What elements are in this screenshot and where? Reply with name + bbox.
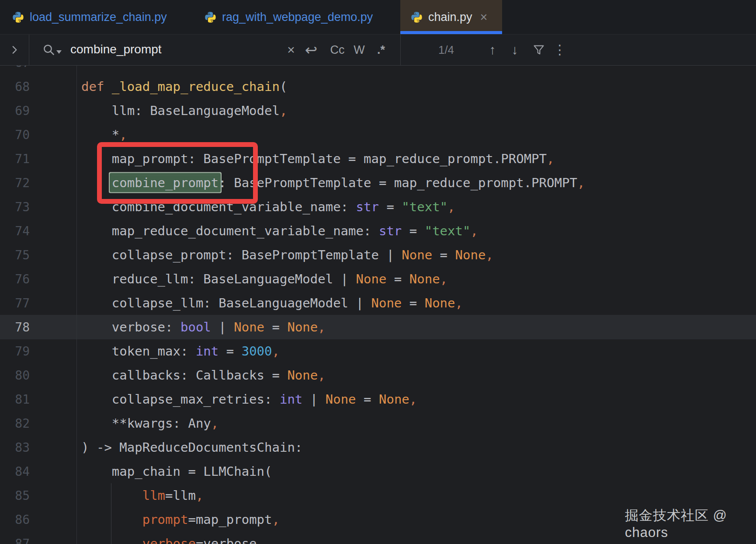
- line-number: 71: [0, 152, 30, 166]
- code-line: reduce_llm: BaseLanguageModel | None = N…: [81, 272, 447, 287]
- tab-bar: load_summarize_chain.pyrag_with_webpage_…: [0, 0, 756, 35]
- code-line: collapse_prompt: BasePromptTemplate | No…: [81, 248, 493, 263]
- code-line: verbose: bool | None = None,: [81, 320, 326, 335]
- whole-words-toggle[interactable]: W: [354, 44, 364, 56]
- match-count: 1/4: [438, 43, 454, 57]
- tab-close-icon[interactable]: ×: [480, 11, 488, 24]
- code-line: prompt=map_prompt,: [81, 512, 280, 527]
- active-tab-underline: [400, 31, 502, 34]
- code-line: verbose=verbose,: [81, 536, 264, 544]
- line-number: 75: [0, 248, 30, 262]
- tab-label: load_summarize_chain.py: [30, 10, 167, 24]
- code-line: llm: BaseLanguageModel,: [81, 103, 287, 119]
- code-line: combine_document_variable_name: str = "t…: [81, 199, 455, 215]
- search-input[interactable]: combine_prompt: [70, 42, 162, 56]
- line-number: 85: [0, 488, 30, 503]
- code-line: ) -> MapReduceDocumentsChain:: [81, 440, 302, 455]
- search-icon[interactable]: [42, 43, 55, 56]
- newline-icon[interactable]: ↩: [305, 42, 318, 57]
- code-line: map_chain = LLMChain(: [81, 464, 272, 479]
- line-number: 82: [0, 416, 30, 431]
- python-file-icon: [205, 11, 216, 23]
- python-file-icon: [12, 11, 24, 23]
- tab-label: rag_with_webpage_demo.py: [222, 10, 373, 24]
- line-number: 86: [0, 513, 30, 527]
- code-line: def _load_map_reduce_chain(: [81, 79, 287, 94]
- line-number: 74: [0, 224, 30, 238]
- code-line: token_max: int = 3000,: [81, 344, 280, 359]
- search-match-highlight: combine_prompt: [112, 175, 218, 190]
- line-number: 68: [0, 80, 30, 94]
- line-number: 67: [0, 66, 30, 70]
- code-line: map_reduce_document_variable_name: str =…: [81, 223, 478, 239]
- python-file-icon: [411, 11, 423, 23]
- code-line: collapse_max_retries: int | None = None,: [81, 392, 417, 407]
- search-expand-toggle[interactable]: [0, 35, 29, 65]
- gutter-divider: [76, 66, 77, 544]
- line-number: 78: [0, 320, 30, 335]
- watermark: 掘金技术社区 @ chaors: [625, 506, 756, 541]
- code-line: combine_prompt: BasePromptTemplate = map…: [81, 175, 585, 191]
- search-history-caret-icon[interactable]: [56, 50, 62, 54]
- line-number: 69: [0, 104, 30, 118]
- line-number: 76: [0, 272, 30, 286]
- tab-load_summarize_chain[interactable]: load_summarize_chain.py: [0, 0, 187, 34]
- line-number: 83: [0, 440, 30, 455]
- code-line: callbacks: Callbacks = None,: [81, 368, 326, 383]
- filter-icon[interactable]: [533, 44, 545, 56]
- search-bar: combine_prompt × ↩ Cc W .* 1/4 ↑ ↓ ⋮: [0, 35, 756, 66]
- line-number: 77: [0, 296, 30, 310]
- line-number: 84: [0, 464, 30, 479]
- tab-rag_with_webpage_demo[interactable]: rag_with_webpage_demo.py: [187, 0, 389, 34]
- line-number: 87: [0, 537, 30, 544]
- tab-label: chain.py: [428, 10, 472, 24]
- line-number: 81: [0, 392, 30, 407]
- line-number: 80: [0, 368, 30, 383]
- line-number: 72: [0, 176, 30, 190]
- previous-match-icon[interactable]: ↑: [489, 43, 496, 56]
- line-number: 73: [0, 200, 30, 214]
- code-line: collapse_llm: BaseLanguageModel | None =…: [81, 296, 463, 311]
- tab-chain[interactable]: chain.py×: [400, 0, 502, 34]
- line-number: 70: [0, 128, 30, 142]
- code-line: llm=llm,: [81, 488, 203, 503]
- code-line: *,: [81, 127, 127, 143]
- search-bar-divider: [400, 35, 401, 65]
- next-match-icon[interactable]: ↓: [512, 43, 518, 56]
- chevron-right-icon: [9, 44, 20, 56]
- match-case-toggle[interactable]: Cc: [330, 44, 345, 56]
- regex-toggle[interactable]: .*: [377, 44, 385, 56]
- more-options-icon[interactable]: ⋮: [553, 43, 566, 56]
- line-number: 79: [0, 344, 30, 359]
- clear-search-icon[interactable]: ×: [287, 43, 295, 56]
- code-line: map_prompt: BasePromptTemplate = map_red…: [81, 151, 555, 167]
- code-editor[interactable]: 6768def _load_map_reduce_chain(69 llm: B…: [0, 66, 756, 544]
- code-line: **kwargs: Any,: [81, 416, 218, 431]
